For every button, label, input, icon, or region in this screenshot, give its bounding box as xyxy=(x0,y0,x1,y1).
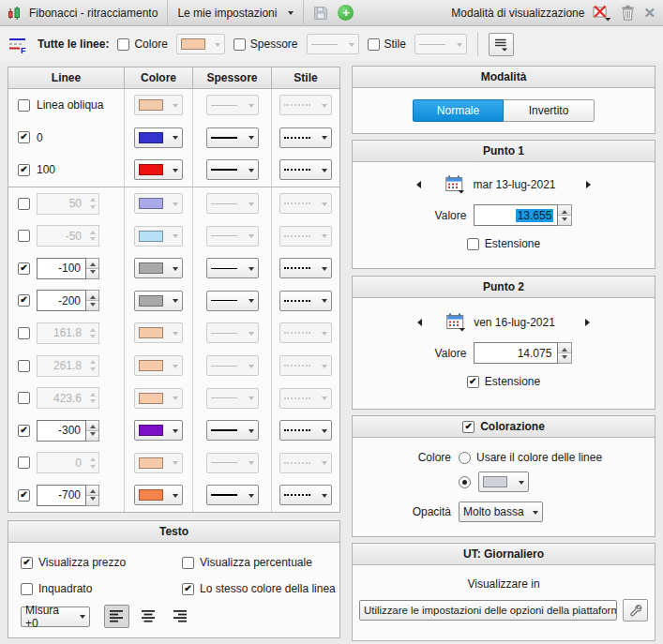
level-spinner[interactable]: 261.8 xyxy=(37,355,99,377)
line-thickness-dropdown[interactable] xyxy=(206,159,259,180)
line-color-dropdown[interactable] xyxy=(134,127,183,148)
all-lines-style-toggle[interactable]: Stile xyxy=(368,37,406,51)
line-color-dropdown[interactable] xyxy=(134,258,183,278)
spin-up-button[interactable] xyxy=(86,194,98,204)
spin-up-button[interactable] xyxy=(86,226,98,236)
framed-checkbox[interactable] xyxy=(21,583,33,595)
line-style-dropdown[interactable] xyxy=(279,258,332,278)
line-checkbox[interactable] xyxy=(18,262,30,275)
add-preset-button[interactable]: + xyxy=(338,5,354,21)
punto1-date[interactable]: mar 13-lug-2021 xyxy=(473,178,555,191)
level-spinner[interactable]: 423.6 xyxy=(37,387,99,409)
line-color-dropdown[interactable] xyxy=(134,95,183,115)
all-lines-thickness-dropdown[interactable] xyxy=(307,34,359,54)
same-line-color-toggle[interactable]: Lo stesso colore della linea xyxy=(182,582,336,595)
line-style-dropdown[interactable] xyxy=(279,388,332,409)
level-value-input[interactable]: 0 xyxy=(37,452,86,473)
line-color-dropdown[interactable] xyxy=(134,355,183,376)
line-style-dropdown[interactable] xyxy=(279,193,332,214)
spin-up-button[interactable] xyxy=(86,421,98,430)
all-lines-color-dropdown[interactable] xyxy=(176,34,225,54)
line-color-dropdown[interactable] xyxy=(134,322,183,343)
show-price-checkbox[interactable] xyxy=(21,557,33,569)
use-line-colors-radio[interactable] xyxy=(459,452,471,464)
line-style-dropdown[interactable] xyxy=(279,322,332,343)
settings-button[interactable] xyxy=(623,599,648,622)
line-style-dropdown[interactable] xyxy=(279,355,332,376)
line-color-dropdown[interactable] xyxy=(134,420,183,441)
line-color-dropdown[interactable] xyxy=(134,226,183,247)
line-checkbox[interactable] xyxy=(18,425,30,437)
save-icon[interactable] xyxy=(313,6,328,21)
show-price-toggle[interactable]: Visualizza prezzo xyxy=(21,556,182,569)
spin-down-button[interactable] xyxy=(86,366,98,376)
level-value-input[interactable]: 261.8 xyxy=(37,355,86,377)
line-style-dropdown[interactable] xyxy=(279,420,332,441)
level-spinner[interactable]: -700 xyxy=(37,485,99,506)
level-value-input[interactable]: 161.8 xyxy=(37,322,86,344)
text-size-dropdown[interactable]: Misura +0 xyxy=(21,607,90,627)
spin-down-button[interactable] xyxy=(86,430,98,441)
mode-invertito-button[interactable]: Invertito xyxy=(504,99,595,122)
line-thickness-dropdown[interactable] xyxy=(206,95,259,115)
punto1-estensione-checkbox[interactable] xyxy=(467,238,479,250)
spin-down-button[interactable] xyxy=(86,398,98,409)
spin-up-button[interactable] xyxy=(86,453,98,463)
line-checkbox[interactable] xyxy=(18,99,30,112)
line-checkbox[interactable] xyxy=(18,230,30,242)
same-line-color-checkbox[interactable] xyxy=(182,583,194,595)
custom-color-radio[interactable] xyxy=(459,476,471,488)
all-lines-thickness-toggle[interactable]: Spessore xyxy=(234,37,298,51)
spin-down-button[interactable] xyxy=(86,495,98,505)
line-thickness-dropdown[interactable] xyxy=(206,291,259,311)
close-icon[interactable]: ✕ xyxy=(643,6,655,20)
level-value-input[interactable]: -100 xyxy=(37,258,86,279)
spin-down-button[interactable] xyxy=(86,203,98,214)
calendar-icon[interactable] xyxy=(445,175,466,194)
next-date-arrow[interactable] xyxy=(586,181,591,188)
line-style-dropdown[interactable] xyxy=(279,159,332,180)
levels-list-button[interactable] xyxy=(489,33,514,56)
line-style-dropdown[interactable] xyxy=(279,226,332,247)
trash-icon[interactable] xyxy=(621,5,635,21)
spin-up-button[interactable] xyxy=(558,343,571,352)
line-color-dropdown[interactable] xyxy=(134,485,183,505)
spin-up-button[interactable] xyxy=(558,205,571,215)
line-style-dropdown[interactable] xyxy=(279,291,332,311)
spin-down-button[interactable] xyxy=(86,236,98,247)
line-checkbox[interactable] xyxy=(18,457,30,469)
level-value-input[interactable]: -50 xyxy=(37,225,86,247)
line-checkbox[interactable] xyxy=(18,489,30,502)
level-spinner[interactable]: 161.8 xyxy=(37,322,99,344)
punto2-estensione-checkbox[interactable] xyxy=(467,376,479,388)
line-thickness-dropdown[interactable] xyxy=(206,388,259,409)
line-thickness-dropdown[interactable] xyxy=(206,322,259,343)
framed-toggle[interactable]: Inquadrato xyxy=(21,582,182,595)
line-thickness-dropdown[interactable] xyxy=(206,193,259,214)
line-style-dropdown[interactable] xyxy=(279,95,332,115)
line-color-dropdown[interactable] xyxy=(134,193,183,214)
thickness-checkbox[interactable] xyxy=(234,38,246,51)
visualizzare-dropdown[interactable]: Utilizzare le impostazioni delle opzioni… xyxy=(359,600,617,621)
mode-normale-button[interactable]: Normale xyxy=(413,99,504,122)
line-thickness-dropdown[interactable] xyxy=(206,258,259,278)
line-style-dropdown[interactable] xyxy=(279,453,332,473)
presets-dropdown[interactable]: Le mie impostazioni xyxy=(168,0,303,26)
spin-up-button[interactable] xyxy=(86,291,98,300)
level-value-input[interactable]: 423.6 xyxy=(37,387,86,409)
spin-down-button[interactable] xyxy=(558,352,571,363)
line-checkbox[interactable] xyxy=(18,360,30,372)
line-thickness-dropdown[interactable] xyxy=(206,127,259,148)
line-checkbox[interactable] xyxy=(18,327,30,339)
level-value-input[interactable]: -200 xyxy=(37,290,86,311)
line-color-dropdown[interactable] xyxy=(134,388,183,409)
display-mode-icon[interactable] xyxy=(593,5,612,22)
level-value-input[interactable]: -700 xyxy=(37,485,86,506)
align-right-button[interactable] xyxy=(168,605,193,628)
custom-color-dropdown[interactable] xyxy=(478,472,529,492)
punto2-date[interactable]: ven 16-lug-2021 xyxy=(474,316,555,329)
spin-up-button[interactable] xyxy=(86,323,98,334)
line-style-dropdown[interactable] xyxy=(279,485,332,505)
line-thickness-dropdown[interactable] xyxy=(206,420,259,441)
colorazione-checkbox[interactable] xyxy=(462,421,475,433)
